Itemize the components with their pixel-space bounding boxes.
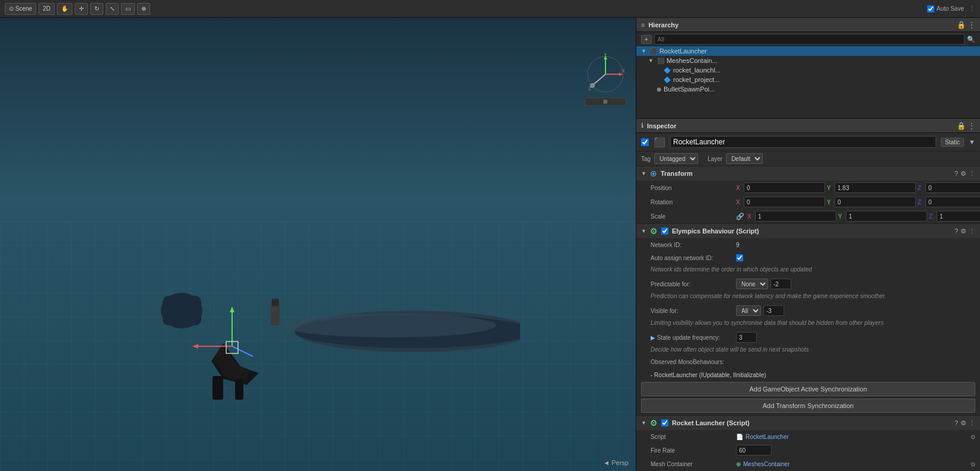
pos-x-label: X [736,185,742,191]
gun-svg [104,201,520,409]
object-name-input[interactable] [670,136,936,148]
visible-select[interactable]: All [736,305,761,316]
fire-rate-input[interactable] [736,445,772,456]
hierarchy-icon: ≡ [641,21,645,29]
inspector-lock-icon[interactable]: 🔒 [957,122,966,130]
scale-x-input[interactable] [755,211,836,222]
hierarchy-item-rocket-project[interactable]: 🔷 rocket_project... [636,75,980,84]
tool-rect[interactable]: ▭ [121,3,135,15]
hierarchy-item-rocket-launch[interactable]: 🔷 rocket_launchl... [636,65,980,75]
hierarchy-search[interactable] [654,34,965,45]
tool-scale[interactable]: ⤡ [106,3,119,15]
hierarchy-item-bulletspawn[interactable]: ⊕ BulletSpawnPoi... [636,84,980,94]
tool-rotate[interactable]: ↻ [90,3,103,15]
predictable-number[interactable] [770,279,791,289]
transform-header[interactable]: ▼ ⊕ Transform ? ⚙ ⋮ [636,166,980,181]
state-freq-note: Decide how often object state will be se… [636,344,980,355]
autosave-checkbox[interactable] [927,5,934,12]
right-panels: ≡ Hierarchy 🔒 ⋮ + 🔍 ▼ ⬛ RocketLauncher [636,18,980,471]
tag-label: Tag [641,156,651,162]
rocket-launcher-help-btn[interactable]: ? [954,419,958,427]
visible-number[interactable] [763,305,784,316]
elympics-menu-btn[interactable]: ⋮ [969,227,975,235]
transform-help-btn[interactable]: ? [954,170,958,178]
rocket-launcher-header[interactable]: ▼ ⚙ Rocket Launcher (Script) ? ⚙ ⋮ [636,416,980,430]
tool-multi[interactable]: ⊕ [137,3,150,15]
mesh-container-ref: ⊕ MeshesContainer ⊙ [736,461,975,467]
transform-settings-btn[interactable]: ⚙ [960,170,966,178]
hier-label-4: rocket_project... [673,76,719,83]
mesh-container-icon: ⊕ [736,461,741,467]
hierarchy-lock-icon[interactable]: 🔒 [957,21,966,29]
inspector-menu-icon[interactable]: ⋮ [968,122,975,130]
scale-z-input[interactable] [937,211,980,222]
network-id-note: Network ids determine the order in which… [636,264,980,274]
inspector-header: ℹ Inspector 🔒 ⋮ [636,119,980,133]
elympics-header[interactable]: ▼ ⚙ Elympics Behaviour (Script) ? ⚙ ⋮ [636,224,980,238]
scale-lock-icon[interactable]: 🔗 [736,213,744,220]
rocket-launcher-active-checkbox[interactable] [661,419,668,426]
scale-x-label: X [747,213,753,220]
layer-select[interactable]: Default [726,153,763,164]
cube-icon-2: ⬛ [657,58,664,64]
pos-z-input[interactable] [925,182,980,193]
network-id-label: Network ID: [651,242,734,248]
svg-rect-18 [272,299,279,306]
rotation-xyz-group: X Y Z [736,197,980,207]
transform-menu-btn[interactable]: ⋮ [969,170,975,178]
svg-rect-26 [235,379,243,400]
elympics-help-btn[interactable]: ? [954,227,958,235]
elympics-chevron: ▼ [641,228,646,234]
static-dropdown-btn[interactable]: ▼ [969,138,975,146]
pos-y-input[interactable] [835,182,916,193]
hierarchy-panel: ≡ Hierarchy 🔒 ⋮ + 🔍 ▼ ⬛ RocketLauncher [636,18,980,119]
auto-assign-row: Auto assign network ID: [636,251,980,264]
object-active-checkbox[interactable] [641,138,649,146]
pos-x-input[interactable] [744,182,825,193]
elympics-actions: ? ⚙ ⋮ [954,227,975,235]
2d-btn[interactable]: 2D [39,3,55,15]
scene-btn[interactable]: ⊙ Scene [5,3,36,15]
svg-rect-25 [213,376,223,400]
rot-x-input[interactable] [744,197,825,207]
mesh-container-btn[interactable]: ⊙ [971,461,975,467]
auto-assign-checkbox[interactable] [736,254,743,261]
object-name-row: ⬛ Static ▼ [636,133,980,151]
tool-move[interactable]: ✛ [75,3,88,15]
state-freq-label: ▶ State update frequency: [651,334,734,341]
script-ref-btn[interactable]: ⊙ [971,434,975,440]
predictable-select[interactable]: None [736,279,768,289]
scene-viewport[interactable]: X Y Z ⊞ [0,18,636,471]
mesh-container-text: MeshesContainer [743,461,789,467]
hierarchy-search-icon[interactable]: 🔍 [967,36,975,43]
transform-icon: ⊕ [650,169,657,178]
rocket-launcher-comp-icon: ⚙ [650,418,658,428]
tag-select[interactable]: Untagged [654,153,698,164]
inspector-title: Inspector [647,122,677,129]
hierarchy-add-btn[interactable]: + [641,35,652,44]
elympics-active-checkbox[interactable] [661,227,668,235]
state-freq-input[interactable] [736,332,757,343]
hierarchy-menu-icon[interactable]: ⋮ [968,21,975,29]
rocket-launcher-menu-btn[interactable]: ⋮ [969,419,975,427]
transform-icon-1: ⊕ [656,86,661,93]
transform-rotation-row: Rotation X Y Z [636,195,980,209]
script-ref: 📄 RocketLauncher ⊙ [736,434,975,440]
gun-model [24,186,600,423]
network-id-value: 9 [736,242,975,248]
rocket-launcher-settings-btn[interactable]: ⚙ [960,419,966,427]
state-freq-arrow[interactable]: ▶ [651,334,657,341]
script-ref-text: RocketLauncher [746,434,789,440]
tool-hand[interactable]: ✋ [57,3,72,15]
rot-z-input[interactable] [925,197,980,207]
rocket-launcher-component: ▼ ⚙ Rocket Launcher (Script) ? ⚙ ⋮ Scrip… [636,416,980,471]
hierarchy-item-rocketlauncher[interactable]: ▼ ⬛ RocketLauncher [636,46,980,56]
rot-y-input[interactable] [835,197,916,207]
elympics-settings-btn[interactable]: ⚙ [960,227,966,235]
add-gameobject-sync-btn[interactable]: Add GameObject Active Synchronization [641,382,975,396]
network-id-row: Network ID: 9 [636,238,980,251]
scale-y-input[interactable] [846,211,927,222]
add-transform-sync-btn[interactable]: Add Transform Synchronization [641,399,975,413]
hierarchy-item-meshes[interactable]: ▼ ⬛ MeshesContain... [636,56,980,65]
gizmo-widget: X Y Z ⊞ [585,53,626,95]
